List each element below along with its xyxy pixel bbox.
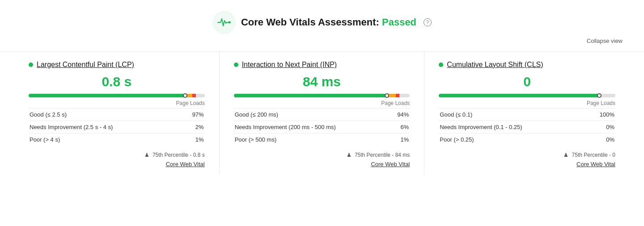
- inp-title-row: Interaction to Next Paint (INP): [234, 61, 410, 69]
- cls-needs-value: 0%: [586, 121, 615, 134]
- table-row: Good (≤ 0.1) 100%: [439, 109, 615, 121]
- svg-point-1: [230, 22, 231, 23]
- table-row: Needs Improvement (0.1 - 0.25) 0%: [439, 121, 615, 134]
- inp-title[interactable]: Interaction to Next Paint (INP): [242, 61, 337, 69]
- inp-poor-label: Poor (> 500 ms): [234, 134, 390, 146]
- table-row: Poor (> 4 s) 1%: [29, 134, 205, 146]
- inp-status-dot: [234, 63, 238, 67]
- page-header: Core Web Vitals Assessment: Passed ?: [0, 0, 644, 38]
- inp-poor-value: 1%: [390, 134, 410, 146]
- inp-good-label: Good (≤ 200 ms): [234, 109, 390, 121]
- cls-thumb: [597, 93, 602, 98]
- inp-stats-table: Good (≤ 200 ms) 94% Needs Improvement (2…: [234, 108, 410, 146]
- inp-page-loads-label: Page Loads: [234, 100, 410, 106]
- lcp-status-dot: [29, 63, 33, 67]
- cls-poor-label: Poor (> 0.25): [439, 134, 586, 146]
- inp-core-web-vital-link[interactable]: Core Web Vital: [234, 161, 410, 167]
- lcp-page-loads-label: Page Loads: [29, 100, 205, 106]
- metric-cls: Cumulative Layout Shift (CLS) 0 Page Loa…: [424, 52, 630, 175]
- cls-status-dot: [439, 63, 443, 67]
- cls-page-loads-label: Page Loads: [439, 100, 615, 106]
- metrics-grid: Largest Contentful Paint (LCP) 0.8 s Pag…: [0, 51, 644, 175]
- cls-value: 0: [439, 74, 615, 89]
- percentile-icon: ♟: [144, 152, 149, 158]
- vitals-waveform-icon: [217, 17, 231, 28]
- lcp-title-row: Largest Contentful Paint (LCP): [29, 61, 205, 69]
- cls-needs-label: Needs Improvement (0.1 - 0.25): [439, 121, 586, 134]
- collapse-link[interactable]: Collapse view: [587, 38, 623, 44]
- cls-title[interactable]: Cumulative Layout Shift (CLS): [447, 61, 543, 69]
- cls-core-web-vital-link[interactable]: Core Web Vital: [439, 161, 615, 167]
- lcp-title[interactable]: Largest Contentful Paint (LCP): [37, 61, 134, 69]
- inp-percentile: ♟ 75th Percentile - 84 ms: [234, 150, 410, 158]
- table-row: Good (≤ 2.5 s) 97%: [29, 109, 205, 121]
- percentile-icon: ♟: [564, 152, 568, 158]
- inp-good-value: 94%: [390, 109, 410, 121]
- table-row: Needs Improvement (2.5 s - 4 s) 2%: [29, 121, 205, 134]
- cls-good-label: Good (≤ 0.1): [439, 109, 586, 121]
- lcp-good-label: Good (≤ 2.5 s): [29, 109, 181, 121]
- collapse-row: Collapse view: [0, 38, 644, 51]
- metric-inp: Interaction to Next Paint (INP) 84 ms Pa…: [220, 52, 425, 175]
- lcp-core-web-vital-link[interactable]: Core Web Vital: [29, 161, 205, 167]
- metric-lcp: Largest Contentful Paint (LCP) 0.8 s Pag…: [14, 52, 220, 175]
- lcp-percentile: ♟ 75th Percentile - 0.8 s: [29, 150, 205, 158]
- vitals-icon-wrap: [212, 11, 236, 34]
- help-icon[interactable]: ?: [424, 18, 432, 26]
- lcp-needs-value: 2%: [181, 121, 205, 134]
- cls-title-row: Cumulative Layout Shift (CLS): [439, 61, 615, 69]
- inp-thumb: [385, 93, 389, 98]
- page-title: Core Web Vitals Assessment: Passed: [241, 17, 416, 28]
- lcp-progress-bar: [29, 94, 205, 97]
- title-prefix: Core Web Vitals Assessment:: [241, 17, 379, 28]
- lcp-needs-label: Needs Improvement (2.5 s - 4 s): [29, 121, 181, 134]
- cls-percentile: ♟ 75th Percentile - 0: [439, 150, 615, 158]
- lcp-stats-table: Good (≤ 2.5 s) 97% Needs Improvement (2.…: [29, 108, 205, 146]
- title-status: Passed: [382, 17, 416, 28]
- cls-good-value: 100%: [586, 109, 615, 121]
- cls-poor-value: 0%: [586, 134, 615, 146]
- inp-value: 84 ms: [234, 74, 410, 89]
- table-row: Good (≤ 200 ms) 94%: [234, 109, 410, 121]
- inp-progress-bar: [234, 94, 410, 97]
- lcp-poor-value: 1%: [181, 134, 205, 146]
- inp-needs-value: 6%: [390, 121, 410, 134]
- cls-stats-table: Good (≤ 0.1) 100% Needs Improvement (0.1…: [439, 108, 615, 146]
- lcp-good-value: 97%: [181, 109, 205, 121]
- table-row: Poor (> 0.25) 0%: [439, 134, 615, 146]
- percentile-icon: ♟: [347, 152, 352, 158]
- lcp-value: 0.8 s: [29, 74, 205, 89]
- cls-progress-bar: [439, 94, 615, 97]
- table-row: Needs Improvement (200 ms - 500 ms) 6%: [234, 121, 410, 134]
- table-row: Poor (> 500 ms) 1%: [234, 134, 410, 146]
- lcp-thumb: [183, 93, 187, 98]
- lcp-poor-label: Poor (> 4 s): [29, 134, 181, 146]
- inp-needs-label: Needs Improvement (200 ms - 500 ms): [234, 121, 390, 134]
